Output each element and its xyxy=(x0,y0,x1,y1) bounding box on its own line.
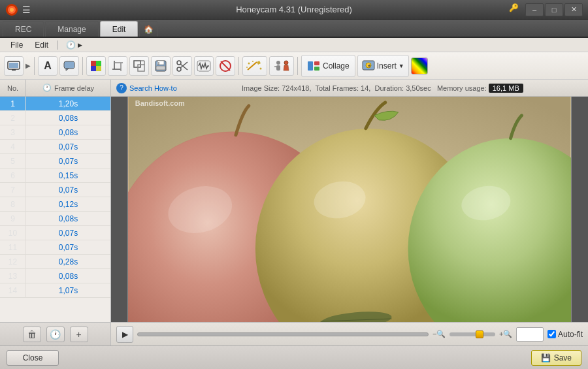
menu-file[interactable]: File xyxy=(5,39,28,51)
app-logo-icon xyxy=(5,3,18,16)
zoom-out-button[interactable]: −🔍 xyxy=(433,330,446,338)
svg-point-2 xyxy=(10,8,14,12)
zoom-slider[interactable] xyxy=(449,332,495,336)
resize-button[interactable] xyxy=(129,56,149,76)
audio-button[interactable] xyxy=(194,56,214,76)
window-controls: 🔑 – □ ✕ xyxy=(509,3,583,16)
svg-rect-16 xyxy=(134,61,140,67)
frame-number: 1 xyxy=(0,97,26,110)
preview-controls: ▶ −🔍 +🔍 88% Auto-fit xyxy=(111,322,588,345)
bottom-bar: Close 💾 Save xyxy=(0,345,588,369)
svg-rect-4 xyxy=(9,63,18,68)
crop-button[interactable] xyxy=(108,56,127,76)
total-frames-text: Total Frames: 14 xyxy=(315,84,368,92)
svg-rect-43 xyxy=(314,61,319,65)
frame-header: No. 🕐 Frame delay xyxy=(0,80,110,97)
close-window-button[interactable]: ✕ xyxy=(564,3,583,16)
separator-4 xyxy=(297,57,298,75)
minimize-button[interactable]: – xyxy=(525,3,544,16)
close-button[interactable]: Close xyxy=(7,350,59,366)
toolbar-arrow-right: ▶ xyxy=(25,62,31,69)
frame-number: 6 xyxy=(0,168,26,182)
svg-rect-10 xyxy=(91,66,96,71)
svg-rect-11 xyxy=(96,66,101,71)
magic-wand-button[interactable] xyxy=(242,56,267,76)
tab-rec[interactable]: REC xyxy=(3,21,44,37)
frame-row[interactable]: 120,28s xyxy=(0,255,110,269)
svg-text:Bandisoft.com: Bandisoft.com xyxy=(135,99,185,106)
image-container: Bandisoft.com xyxy=(111,97,588,322)
color-tool-button[interactable] xyxy=(86,56,106,76)
save-label: Save xyxy=(554,353,572,362)
hamburger-icon[interactable]: ☰ xyxy=(22,5,31,15)
svg-point-37 xyxy=(260,67,262,69)
svg-rect-8 xyxy=(91,61,96,66)
home-button[interactable]: 🏠 xyxy=(139,21,157,37)
preview-image: Bandisoft.com xyxy=(127,97,572,322)
zoom-thumb[interactable] xyxy=(476,330,483,338)
help-button[interactable]: ? Search How-to xyxy=(116,83,177,93)
frame-col-no: No. xyxy=(0,80,26,96)
frame-row[interactable]: 70,07s xyxy=(0,183,110,197)
autofit-label[interactable]: Auto-fit xyxy=(547,330,583,339)
frame-row[interactable]: 90,08s xyxy=(0,212,110,226)
frame-delay: 1,20s xyxy=(26,99,110,108)
maximize-button[interactable]: □ xyxy=(545,3,563,16)
frame-number: 7 xyxy=(0,183,26,197)
play-button[interactable]: ▶ xyxy=(116,326,133,343)
frame-col-delay: 🕐 Frame delay xyxy=(26,84,110,92)
insert-dropdown-icon: ▼ xyxy=(399,63,404,69)
frame-delay: 0,12s xyxy=(26,200,110,209)
zoom-input[interactable]: 88% xyxy=(516,327,544,342)
cut-button[interactable] xyxy=(172,56,192,76)
frame-delay: 1,07s xyxy=(26,286,110,295)
speech-bubble-button[interactable] xyxy=(59,56,79,76)
frame-timing-button[interactable]: 🕐 xyxy=(46,327,65,342)
frame-row[interactable]: 110,07s xyxy=(0,240,110,255)
history-arrow: ▶ xyxy=(78,42,82,48)
duration-text: Duration: 3,50sec xyxy=(374,84,431,92)
frame-number: 2 xyxy=(0,111,26,125)
svg-rect-9 xyxy=(96,61,101,66)
frame-row[interactable]: 50,07s xyxy=(0,154,110,168)
zoom-in-button[interactable]: +🔍 xyxy=(499,330,512,338)
frame-row[interactable]: 100,07s xyxy=(0,226,110,240)
frame-number: 13 xyxy=(0,269,26,283)
insert-button[interactable]: ★ Insert ▼ xyxy=(357,55,409,77)
save-frame-button[interactable] xyxy=(151,56,171,76)
frame-number: 10 xyxy=(0,226,26,240)
autofit-checkbox[interactable] xyxy=(547,330,556,338)
svg-point-36 xyxy=(246,67,248,68)
save-button[interactable]: 💾 Save xyxy=(531,350,581,366)
svg-marker-33 xyxy=(257,61,261,65)
frame-row[interactable]: 20,08s xyxy=(0,111,110,125)
text-tool-button[interactable]: A xyxy=(38,56,57,76)
save-icon: 💾 xyxy=(541,353,551,362)
collage-button[interactable]: Collage xyxy=(301,55,355,77)
frame-row[interactable]: 130,08s xyxy=(0,269,110,283)
remove-button[interactable] xyxy=(216,56,235,76)
frame-row[interactable]: 80,12s xyxy=(0,197,110,212)
main-content: No. 🕐 Frame delay 11,20s20,08s30,08s40,0… xyxy=(0,80,588,345)
frame-row[interactable]: 141,07s xyxy=(0,283,110,298)
frame-row[interactable]: 40,07s xyxy=(0,140,110,154)
tab-edit[interactable]: Edit xyxy=(100,21,139,37)
memory-badge: 16,1 MB xyxy=(489,84,523,93)
add-frame-button[interactable]: + xyxy=(70,327,88,342)
title-text: Honeycam 4.31 (Unregistered) xyxy=(236,5,352,14)
frame-row[interactable]: 60,15s xyxy=(0,168,110,183)
tab-manage[interactable]: Manage xyxy=(45,21,98,37)
frame-row[interactable]: 11,20s xyxy=(0,97,110,111)
svg-rect-39 xyxy=(276,65,280,71)
menu-edit[interactable]: Edit xyxy=(29,39,54,51)
history-button[interactable]: 🕐 ▶ xyxy=(62,39,86,51)
delete-frame-button[interactable]: 🗑 xyxy=(23,327,41,342)
frame-row[interactable]: 30,08s xyxy=(0,125,110,140)
frame-list[interactable]: 11,20s20,08s30,08s40,07s50,07s60,15s70,0… xyxy=(0,97,110,322)
help-text: Search How-to xyxy=(129,84,177,92)
question-icon: ? xyxy=(116,83,127,93)
color-palette-button[interactable] xyxy=(411,57,428,74)
screen-toggle-button[interactable] xyxy=(4,56,24,76)
person-tool-button[interactable] xyxy=(269,56,294,76)
progress-bar[interactable] xyxy=(137,332,429,336)
